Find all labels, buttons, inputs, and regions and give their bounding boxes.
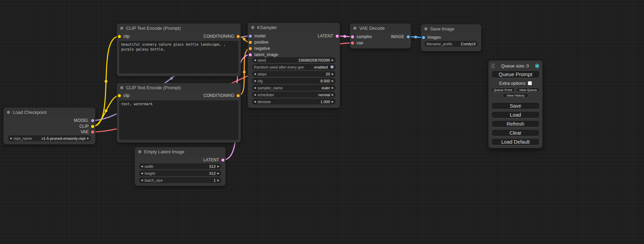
- slot-image-output[interactable]: IMAGE: [391, 34, 410, 39]
- increment-arrow-icon[interactable]: ▶: [332, 80, 334, 82]
- node-vae-decode[interactable]: VAE Decode samples IMAGE vae: [350, 24, 411, 48]
- node-title-bar[interactable]: CLIP Text Encode (Prompt): [117, 83, 241, 92]
- widget-batch-size[interactable]: ◀ batch_size 1 ▶: [139, 177, 221, 183]
- widget-width[interactable]: ◀ width 512 ▶: [139, 163, 221, 169]
- clip-slot-icon[interactable]: [118, 35, 121, 38]
- decrement-arrow-icon[interactable]: ◀: [254, 73, 256, 75]
- latent-slot-icon[interactable]: [221, 159, 224, 162]
- slot-images-input[interactable]: images: [422, 35, 441, 40]
- model-slot-icon[interactable]: [91, 119, 94, 122]
- slot-negative-input[interactable]: negative: [249, 46, 270, 51]
- node-title-bar[interactable]: Save Image: [421, 24, 481, 33]
- node-graph-canvas[interactable]: Load Checkpoint MODEL CLIP VAE ◀ ckpt_na…: [0, 0, 644, 244]
- widget-cfg[interactable]: ◀ cfg 8.000 ▶: [252, 78, 336, 84]
- collapse-dot-icon[interactable]: [7, 111, 10, 114]
- node-empty-latent-image[interactable]: Empty Latent Image LATENT ◀ width 512 ▶ …: [135, 147, 226, 186]
- next-value-arrow-icon[interactable]: ▶: [87, 137, 89, 139]
- queue-front-button[interactable]: Queue Front: [491, 88, 515, 92]
- prompt-textarea[interactable]: beautiful scenery nature glass bottle la…: [119, 41, 238, 73]
- slot-clip-output[interactable]: CLIP: [79, 124, 94, 129]
- widget-ckpt-name[interactable]: ◀ ckpt_name v1-5-pruned-emaonly.ckpt ▶: [8, 135, 91, 141]
- widget-denoise[interactable]: ◀ denoise 1.000 ▶: [252, 99, 336, 105]
- slot-clip-input[interactable]: clip: [118, 93, 130, 98]
- widget-height[interactable]: ◀ height 512 ▶: [139, 170, 221, 176]
- node-title-bar[interactable]: Empty Latent Image: [135, 147, 226, 156]
- node-title-bar[interactable]: KSampler: [248, 23, 340, 32]
- settings-gear-icon[interactable]: [535, 63, 540, 69]
- toggle-on-icon[interactable]: [330, 65, 334, 69]
- latent-slot-icon[interactable]: [249, 53, 252, 56]
- widget-scheduler[interactable]: ◀ scheduler normal ▶: [252, 92, 336, 98]
- widget-seed[interactable]: ◀ seed 156680208700286 ▶: [252, 57, 336, 63]
- prompt-textarea[interactable]: text, watermark: [119, 100, 238, 140]
- decrement-arrow-icon[interactable]: ◀: [254, 100, 256, 103]
- decrement-arrow-icon[interactable]: ◀: [254, 59, 256, 61]
- collapse-dot-icon[interactable]: [138, 150, 141, 153]
- queue-prompt-button[interactable]: Queue Prompt: [491, 70, 540, 78]
- latent-slot-icon[interactable]: [336, 35, 339, 38]
- widget-steps[interactable]: ◀ steps 20 ▶: [252, 71, 336, 77]
- slot-latent-output[interactable]: LATENT: [203, 157, 224, 162]
- image-slot-icon[interactable]: [422, 36, 425, 39]
- conditioning-slot-icon[interactable]: [249, 41, 252, 44]
- increment-arrow-icon[interactable]: ▶: [332, 100, 334, 103]
- refresh-button[interactable]: Refresh: [491, 120, 540, 127]
- collapse-dot-icon[interactable]: [120, 86, 123, 89]
- load-default-button[interactable]: Load Default: [491, 138, 540, 145]
- decrement-arrow-icon[interactable]: ◀: [141, 179, 143, 181]
- slot-conditioning-output[interactable]: CONDITIONING: [203, 34, 240, 39]
- widget-filename-prefix[interactable]: filename_prefix ComfyUI: [424, 41, 478, 47]
- increment-arrow-icon[interactable]: ▶: [218, 165, 219, 168]
- increment-arrow-icon[interactable]: ▶: [332, 73, 334, 75]
- latent-slot-icon[interactable]: [351, 35, 354, 38]
- slot-positive-input[interactable]: positive: [249, 40, 268, 45]
- vae-slot-icon[interactable]: [351, 42, 354, 45]
- node-title-bar[interactable]: VAE Decode: [350, 24, 411, 33]
- conditioning-slot-icon[interactable]: [237, 35, 240, 38]
- slot-vae-input[interactable]: vae: [351, 40, 363, 45]
- decrement-arrow-icon[interactable]: ◀: [141, 172, 143, 174]
- collapse-dot-icon[interactable]: [353, 27, 356, 30]
- slot-vae-output[interactable]: VAE: [81, 129, 94, 134]
- load-button[interactable]: Load: [491, 111, 540, 118]
- slot-model-input[interactable]: model: [249, 34, 266, 38]
- decrement-arrow-icon[interactable]: ◀: [254, 80, 256, 82]
- node-title-bar[interactable]: CLIP Text Encode (Prompt): [117, 24, 241, 33]
- slot-latent-image-input[interactable]: latent_image: [249, 52, 278, 57]
- slot-model-output[interactable]: MODEL: [74, 118, 94, 123]
- clip-slot-icon[interactable]: [91, 125, 94, 128]
- increment-arrow-icon[interactable]: ▶: [218, 172, 219, 174]
- conditioning-slot-icon[interactable]: [249, 47, 252, 50]
- clip-slot-icon[interactable]: [118, 94, 121, 97]
- node-clip-text-encode-positive[interactable]: CLIP Text Encode (Prompt) clip CONDITION…: [117, 24, 241, 76]
- node-save-image[interactable]: Save Image images filename_prefix ComfyU…: [421, 24, 481, 51]
- collapse-dot-icon[interactable]: [120, 27, 123, 30]
- clear-button[interactable]: Clear: [491, 129, 540, 136]
- node-clip-text-encode-negative[interactable]: CLIP Text Encode (Prompt) clip CONDITION…: [117, 83, 241, 143]
- image-slot-icon[interactable]: [407, 35, 410, 38]
- slot-clip-input[interactable]: clip: [118, 34, 130, 39]
- collapse-dot-icon[interactable]: [251, 26, 254, 29]
- model-slot-icon[interactable]: [249, 35, 252, 38]
- extra-options-checkbox[interactable]: [528, 81, 532, 85]
- drag-handle-icon[interactable]: [491, 63, 495, 68]
- increment-arrow-icon[interactable]: ▶: [218, 179, 219, 181]
- view-queue-button[interactable]: View Queue: [517, 88, 540, 92]
- prev-value-arrow-icon[interactable]: ◀: [254, 93, 256, 96]
- slot-conditioning-output[interactable]: CONDITIONING: [203, 93, 240, 98]
- vae-slot-icon[interactable]: [91, 130, 94, 134]
- prev-value-arrow-icon[interactable]: ◀: [254, 87, 256, 89]
- prev-value-arrow-icon[interactable]: ◀: [10, 137, 11, 139]
- view-history-button[interactable]: View History: [503, 93, 528, 98]
- next-value-arrow-icon[interactable]: ▶: [332, 93, 334, 96]
- node-ksampler[interactable]: KSampler model LATENT positive negative …: [248, 23, 340, 108]
- widget-sampler-name[interactable]: ◀ sampler_name euler ▶: [252, 85, 336, 91]
- slot-samples-input[interactable]: samples: [351, 34, 372, 39]
- collapse-dot-icon[interactable]: [424, 27, 427, 30]
- node-load-checkpoint[interactable]: Load Checkpoint MODEL CLIP VAE ◀ ckpt_na…: [3, 108, 95, 144]
- increment-arrow-icon[interactable]: ▶: [332, 59, 334, 61]
- node-title-bar[interactable]: Load Checkpoint: [3, 108, 95, 117]
- next-value-arrow-icon[interactable]: ▶: [332, 87, 334, 89]
- decrement-arrow-icon[interactable]: ◀: [141, 165, 143, 168]
- conditioning-slot-icon[interactable]: [237, 94, 240, 97]
